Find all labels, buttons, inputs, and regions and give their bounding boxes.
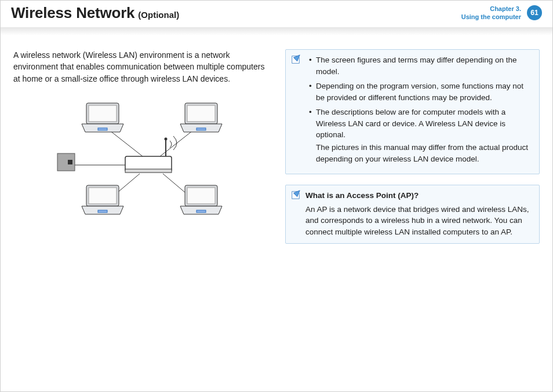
page-header: Wireless Network (Optional) Chapter 3. U… xyxy=(1,1,552,28)
wall-socket-icon xyxy=(57,153,75,171)
laptop-bottom-left-icon xyxy=(82,185,123,214)
right-column: The screen figures and terms may differ … xyxy=(285,49,540,254)
svg-rect-16 xyxy=(187,105,215,122)
note-text: Depending on the program version, some f… xyxy=(316,82,523,102)
svg-rect-20 xyxy=(89,188,117,204)
svg-rect-6 xyxy=(68,160,72,164)
note-item: The screen figures and terms may differ … xyxy=(309,54,532,77)
intro-paragraph: A wireless network (Wireless LAN) enviro… xyxy=(13,49,271,85)
qa-body: An AP is a network device that bridges w… xyxy=(305,204,532,238)
page-body: A wireless network (Wireless LAN) enviro… xyxy=(1,28,552,254)
svg-rect-26 xyxy=(197,210,206,213)
note-icon xyxy=(290,54,301,65)
qa-box: What is an Access Point (AP)? An AP is a… xyxy=(285,185,540,244)
svg-rect-8 xyxy=(125,169,172,173)
network-diagram xyxy=(13,93,271,226)
chapter-line-1: Chapter 3. xyxy=(461,5,521,13)
notes-list: The screen figures and terms may differ … xyxy=(309,54,532,164)
page-number: 61 xyxy=(530,9,538,17)
router-icon xyxy=(125,136,177,173)
page-title: Wireless Network (Optional) xyxy=(11,4,179,22)
qa-title: What is an Access Point (AP)? xyxy=(305,190,532,202)
diagram-svg xyxy=(47,93,238,226)
manual-page: Wireless Network (Optional) Chapter 3. U… xyxy=(0,0,553,392)
laptop-bottom-right-icon xyxy=(180,185,222,214)
note-item: Depending on the program version, some f… xyxy=(309,80,532,103)
notes-box: The screen figures and terms may differ … xyxy=(285,49,540,174)
svg-rect-22 xyxy=(98,210,107,213)
svg-rect-14 xyxy=(98,128,107,130)
page-number-badge: 61 xyxy=(527,5,542,20)
chapter-label: Chapter 3. Using the computer xyxy=(461,5,521,21)
note-text: The descriptions below are for computer … xyxy=(316,108,505,139)
left-column: A wireless network (Wireless LAN) enviro… xyxy=(13,49,271,254)
title-main: Wireless Network xyxy=(11,4,134,22)
laptop-top-left-icon xyxy=(82,103,123,132)
svg-rect-24 xyxy=(187,188,215,204)
note-text-extra: The pictures in this manual may differ f… xyxy=(316,142,532,164)
header-right: Chapter 3. Using the computer 61 xyxy=(461,4,542,21)
svg-rect-18 xyxy=(197,128,206,130)
title-subtitle: (Optional) xyxy=(138,10,179,20)
laptop-top-right-icon xyxy=(180,103,222,132)
note-icon xyxy=(290,190,301,200)
note-item: The descriptions below are for computer … xyxy=(309,107,532,164)
note-text: The screen figures and terms may differ … xyxy=(316,56,516,76)
svg-point-10 xyxy=(164,137,167,140)
svg-rect-12 xyxy=(89,105,117,122)
chapter-line-2: Using the computer xyxy=(461,13,521,21)
